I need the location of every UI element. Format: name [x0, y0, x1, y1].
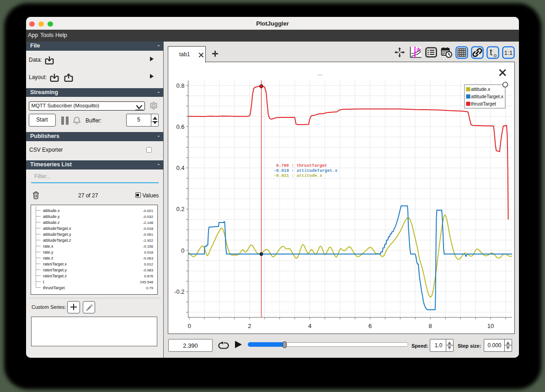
svg-text:0: 0	[187, 323, 191, 329]
svg-text:6: 6	[369, 323, 372, 329]
svg-text:-0.2: -0.2	[174, 288, 184, 295]
svg-text:-0.018 : attitudeTarget.x: -0.018 : attitudeTarget.x	[274, 168, 338, 173]
svg-text:attitude.x: attitude.x	[471, 87, 491, 92]
svg-text:4: 4	[308, 323, 311, 329]
svg-text:-0.021 : attitude.x: -0.021 : attitude.x	[274, 173, 322, 178]
svg-text:0.6: 0.6	[176, 123, 184, 130]
svg-text:8: 8	[429, 323, 432, 329]
svg-text:0.4: 0.4	[176, 164, 184, 171]
svg-text:0: 0	[181, 247, 184, 254]
svg-text:2: 2	[248, 323, 251, 329]
svg-text:thrustTarget: thrustTarget	[471, 101, 496, 106]
svg-text:0.2: 0.2	[176, 206, 184, 212]
svg-text:0.790 : thrustTarget: 0.790 : thrustTarget	[276, 163, 327, 168]
svg-text:attitudeTarget.x: attitudeTarget.x	[471, 94, 504, 99]
svg-text:10: 10	[487, 323, 494, 329]
svg-text:0.8: 0.8	[176, 82, 184, 89]
